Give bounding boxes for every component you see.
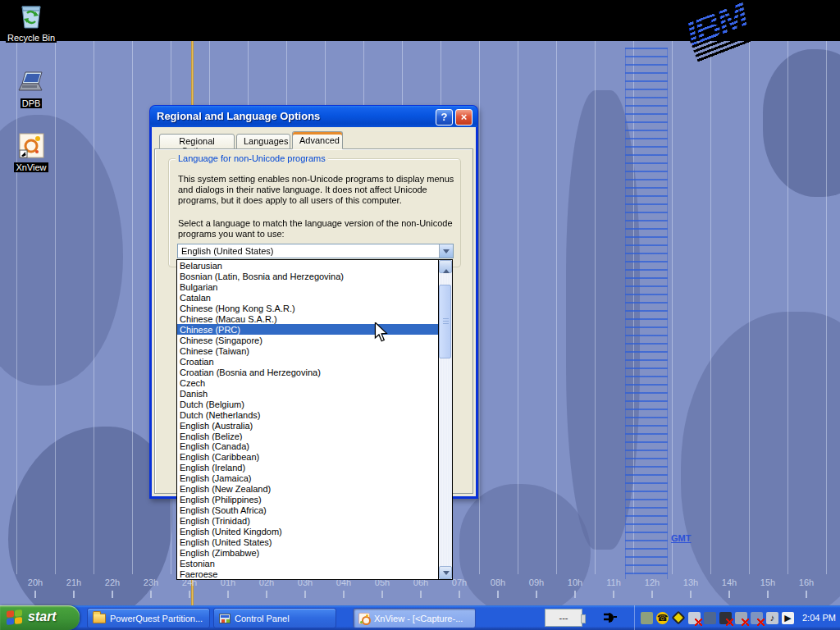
network-disconnected-icon[interactable] bbox=[751, 612, 763, 624]
start-button[interactable]: start bbox=[0, 605, 80, 630]
language-combobox[interactable]: English (United States) bbox=[177, 244, 454, 258]
hour-tick bbox=[381, 591, 383, 598]
timezone-line bbox=[94, 41, 94, 574]
language-list-item[interactable]: Chinese (PRC) bbox=[177, 324, 438, 335]
language-list-item[interactable]: Croatian (Bosnia and Herzegovina) bbox=[177, 367, 438, 377]
video-disabled-icon[interactable] bbox=[719, 612, 732, 624]
xnview-icon bbox=[358, 613, 370, 624]
combobox-dropdown-icon[interactable] bbox=[439, 244, 453, 258]
groupbox-paragraph-1: This system setting enables non-Unicode … bbox=[178, 174, 463, 206]
language-list-item[interactable]: Chinese (Taiwan) bbox=[177, 345, 438, 356]
scrollbar[interactable] bbox=[438, 260, 452, 579]
hour-tick bbox=[189, 591, 190, 598]
desktop-icon-xnview[interactable]: XnView bbox=[0, 133, 62, 174]
language-list-item[interactable]: Chinese (Singapore) bbox=[177, 335, 438, 345]
language-list-item[interactable]: English (United States) bbox=[177, 536, 438, 547]
tab-advanced[interactable]: Advanced bbox=[292, 131, 343, 149]
language-list-item[interactable]: English (Australia) bbox=[177, 420, 438, 431]
hour-label: 20h bbox=[21, 578, 49, 587]
hour-tick bbox=[459, 591, 460, 598]
offline-users-icon[interactable] bbox=[688, 612, 701, 624]
language-list-item[interactable]: Chinese (Macau S.A.R.) bbox=[177, 313, 438, 324]
desktop-icon-recycle-bin[interactable]: Recycle Bin bbox=[0, 3, 62, 44]
help-button[interactable]: ? bbox=[436, 109, 453, 126]
system-tray: ☎♪▶ 2:04 PM bbox=[634, 605, 840, 630]
hour-label: 22h bbox=[98, 578, 126, 587]
scroll-up-icon[interactable] bbox=[439, 260, 452, 273]
scrollbar-track[interactable] bbox=[439, 273, 452, 566]
hour-tick bbox=[34, 591, 36, 598]
mouse-cursor bbox=[374, 322, 389, 345]
language-list-item[interactable]: Catalan bbox=[177, 292, 438, 303]
hour-tick bbox=[420, 591, 422, 598]
desktop: GMT 20h21h22h23h24h01h02h03h04h05h06h07h… bbox=[0, 0, 840, 630]
language-list-item[interactable]: English (United Kingdom) bbox=[177, 526, 438, 536]
hour-label: 23h bbox=[137, 578, 165, 587]
close-button[interactable]: × bbox=[455, 109, 472, 126]
removable-device-icon[interactable] bbox=[641, 612, 653, 624]
language-list-item[interactable]: English (Ireland) bbox=[177, 462, 438, 472]
language-list-item[interactable]: English (Zimbabwe) bbox=[177, 547, 438, 558]
language-list-item[interactable]: English (Belize) bbox=[177, 431, 438, 441]
language-dropdown-list: BelarusianBosnian (Latin, Bosnia and Her… bbox=[176, 259, 453, 580]
language-list-item[interactable]: Faeroese bbox=[177, 568, 438, 579]
hour-label: 09h bbox=[523, 578, 550, 587]
language-list-item[interactable]: English (Caribbean) bbox=[177, 451, 438, 462]
language-list-item[interactable]: Chinese (Hong Kong S.A.R.) bbox=[177, 303, 438, 313]
hour-tick bbox=[343, 591, 345, 598]
scrollbar-thumb[interactable] bbox=[439, 285, 451, 358]
taskbar-button-control-panel[interactable]: Control Panel bbox=[213, 608, 336, 628]
hour-tick bbox=[227, 591, 229, 598]
tab-languages[interactable]: Languages bbox=[236, 134, 290, 149]
hour-tick bbox=[806, 591, 807, 598]
hour-tick bbox=[651, 591, 653, 598]
battery-maximiser-icon[interactable] bbox=[672, 611, 686, 625]
tab-regional-options[interactable]: Regional Options bbox=[159, 134, 235, 149]
hour-tick bbox=[728, 591, 730, 598]
scroll-down-icon[interactable] bbox=[439, 566, 452, 579]
language-list-item[interactable]: English (New Zealand) bbox=[177, 483, 438, 494]
language-list-item[interactable]: English (Philippines) bbox=[177, 494, 438, 504]
hour-tick bbox=[767, 591, 769, 598]
window-title: Regional and Language Options bbox=[157, 110, 320, 122]
desktop-icon-dpb[interactable]: DPB bbox=[0, 69, 62, 110]
start-button-label: start bbox=[28, 609, 57, 624]
control-panel-icon bbox=[219, 614, 231, 623]
language-list-item[interactable]: Czech bbox=[177, 377, 438, 388]
language-list-item[interactable]: Estonian bbox=[177, 558, 438, 568]
timezone-line bbox=[788, 41, 788, 574]
network-places-icon[interactable] bbox=[704, 612, 716, 624]
volume-icon[interactable]: ♪ bbox=[766, 612, 778, 624]
tray-program-icon[interactable]: ▶ bbox=[782, 612, 794, 624]
language-list-item[interactable]: English (Jamaica) bbox=[177, 472, 438, 483]
language-list-item[interactable]: Bulgarian bbox=[177, 281, 438, 292]
timezone-line bbox=[16, 41, 17, 574]
language-list-item[interactable]: Bosnian (Latin, Bosnia and Herzegovina) bbox=[177, 271, 438, 281]
map-landmass bbox=[763, 49, 840, 197]
timezone-line bbox=[595, 41, 596, 574]
taskbar-button-label: Control Panel bbox=[235, 614, 290, 623]
language-list-item[interactable]: Dutch (Belgium) bbox=[177, 399, 438, 409]
language-list-item[interactable]: English (Trinidad) bbox=[177, 515, 438, 526]
phone-tools-icon[interactable]: ☎ bbox=[656, 612, 669, 624]
hour-label: 21h bbox=[60, 578, 88, 587]
language-list-item[interactable]: Dutch (Netherlands) bbox=[177, 409, 438, 420]
hour-label: 14h bbox=[715, 578, 743, 587]
language-list-item[interactable]: English (South Africa) bbox=[177, 504, 438, 515]
combobox-value: English (United States) bbox=[181, 246, 274, 256]
taskbar-clock[interactable]: 2:04 PM bbox=[802, 613, 836, 623]
language-list-item[interactable]: Croatian bbox=[177, 356, 438, 367]
hour-tick bbox=[304, 591, 306, 598]
window-titlebar[interactable]: Regional and Language Options ? × bbox=[149, 105, 478, 127]
timezone-line bbox=[479, 41, 480, 574]
language-list-item[interactable]: Danish bbox=[177, 388, 438, 399]
hour-tick bbox=[150, 591, 152, 598]
battery-meter[interactable]: --- bbox=[545, 609, 582, 627]
taskbar-button-powerquest[interactable]: PowerQuest Partition... bbox=[87, 608, 210, 628]
language-list-item[interactable]: Belarusian bbox=[177, 260, 438, 271]
language-list-item[interactable]: English (Canada) bbox=[177, 441, 438, 451]
taskbar-button-xnview[interactable]: XnView - [<Capture-... bbox=[353, 608, 476, 628]
wallpaper-top-band: IBM bbox=[0, 0, 840, 41]
hour-tick bbox=[73, 591, 75, 598]
device-disabled-icon[interactable] bbox=[735, 612, 747, 624]
